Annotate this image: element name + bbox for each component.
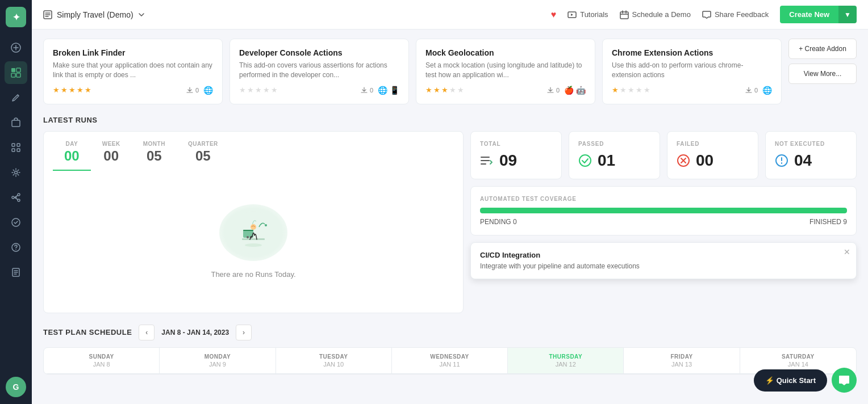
share-feedback-link[interactable]: Share Feedback <box>702 10 769 19</box>
stat-total: TOTAL 09 <box>470 131 562 179</box>
passed-icon <box>578 154 592 167</box>
svg-point-25 <box>247 236 249 238</box>
sidebar-item-grid[interactable] <box>5 136 27 159</box>
star-3: ★ <box>255 86 262 94</box>
svg-rect-20 <box>620 12 628 19</box>
sidebar-item-cases[interactable] <box>5 111 27 134</box>
star-3: ★ <box>441 86 448 94</box>
sidebar-item-integrations[interactable] <box>5 186 27 209</box>
tab-month[interactable]: MONTH 05 <box>132 136 177 171</box>
cicd-close-button[interactable]: ✕ <box>844 247 850 256</box>
coverage-bar-bg <box>480 208 847 213</box>
create-new-button[interactable]: Create New <box>780 6 838 23</box>
svg-rect-5 <box>12 120 20 127</box>
sidebar-item-add[interactable] <box>5 36 27 59</box>
app-title[interactable]: Simply Travel (Demo) <box>43 10 145 19</box>
tutorials-link[interactable]: Tutorials <box>567 10 608 19</box>
schedule-demo-link[interactable]: Schedule a Demo <box>620 10 691 19</box>
star-2: ★ <box>247 86 254 94</box>
latest-runs-section: LATEST RUNS DAY 00 WEEK 00 MO <box>43 116 857 313</box>
schedule-date-range: JAN 8 - JAN 14, 2023 <box>161 329 229 336</box>
empty-illustration-svg <box>231 210 276 255</box>
runs-main-panel: DAY 00 WEEK 00 MONTH 05 QUARTER <box>43 131 464 313</box>
addon-platforms: 🍎 🤖 <box>564 86 586 95</box>
addon-description: Use this add-on to perform various chrom… <box>612 61 772 80</box>
svg-rect-22 <box>242 238 265 240</box>
schedule-prev-button[interactable]: ‹ <box>139 325 155 340</box>
stat-failed-value: 00 <box>696 152 713 170</box>
addon-title: Broken Link Finder <box>53 48 213 57</box>
star-2: ★ <box>61 86 68 94</box>
schedule-grid: SUNDAY JAN 8 MONDAY JAN 9 TUESDAY JAN 10… <box>43 347 857 374</box>
stat-passed-value: 01 <box>598 152 615 170</box>
svg-point-27 <box>265 224 267 226</box>
addon-stars: ★ ★ ★ ★ ★ <box>239 86 278 94</box>
schedule-day-thursday: THURSDAY JAN 12 <box>508 348 624 373</box>
create-new-dropdown-button[interactable]: ▼ <box>838 6 857 23</box>
stat-failed: FAILED 00 <box>667 131 758 179</box>
feedback-icon <box>702 10 711 19</box>
schedule-header: TEST PLAN SCHEDULE ‹ JAN 8 - JAN 14, 202… <box>43 325 857 340</box>
stat-not-executed: NOT EXECUTED 04 <box>765 131 857 179</box>
quick-start-button[interactable]: ⚡ Quick Start <box>754 369 827 392</box>
star-1: ★ <box>239 86 246 94</box>
cicd-title: CI/CD Integration <box>480 251 847 259</box>
star-1: ★ <box>612 86 619 94</box>
create-new-group: Create New ▼ <box>780 6 857 23</box>
sidebar-item-edit[interactable] <box>5 86 27 109</box>
runs-empty-state: There are no Runs Today. <box>44 171 463 313</box>
stat-not-executed-row: 04 <box>775 152 812 170</box>
tab-day[interactable]: DAY 00 <box>53 136 91 171</box>
sidebar-item-settings[interactable] <box>5 161 27 184</box>
tab-quarter[interactable]: QUARTER 05 <box>177 136 229 171</box>
latest-runs-title: LATEST RUNS <box>43 116 857 124</box>
addon-downloads: 0 <box>186 87 199 94</box>
chat-button[interactable] <box>832 368 857 393</box>
sidebar-item-help[interactable] <box>5 236 27 259</box>
create-addon-button[interactable]: + Create Addon <box>788 39 857 59</box>
coverage-bar-fill <box>480 208 847 213</box>
addon-title: Mock Geolocation <box>425 48 586 57</box>
schedule-next-button[interactable]: › <box>236 325 252 340</box>
sidebar-item-circle[interactable] <box>5 211 27 234</box>
not-executed-icon <box>775 154 788 167</box>
stat-total-row: 09 <box>480 152 517 170</box>
tab-week[interactable]: WEEK 00 <box>91 136 132 171</box>
empty-illustration <box>219 204 287 261</box>
view-more-button[interactable]: View More... <box>788 64 857 84</box>
addons-row: Broken Link Finder Make sure that your a… <box>43 39 857 104</box>
svg-rect-7 <box>17 144 20 146</box>
svg-point-16 <box>15 249 16 250</box>
schedule-section: TEST PLAN SCHEDULE ‹ JAN 8 - JAN 14, 202… <box>43 325 857 374</box>
svg-rect-24 <box>243 230 253 231</box>
stat-not-executed-value: 04 <box>794 152 812 170</box>
addon-description: This add-on covers various assertions fo… <box>239 61 399 80</box>
svg-point-29 <box>251 224 256 230</box>
pending-label: PENDING 0 <box>480 218 517 226</box>
sidebar-item-reports[interactable] <box>5 261 27 284</box>
bottom-actions: ⚡ Quick Start <box>754 368 857 393</box>
user-avatar[interactable]: G <box>6 377 26 397</box>
addon-footer: ★ ★ ★ ★ ★ 0 🌐 <box>612 86 772 95</box>
schedule-days-header: SUNDAY JAN 8 MONDAY JAN 9 TUESDAY JAN 10… <box>44 348 856 374</box>
schedule-day-friday: FRIDAY JAN 13 <box>624 348 740 373</box>
star-5: ★ <box>85 86 91 94</box>
app-name: Simply Travel (Demo) <box>57 10 133 19</box>
schedule-title: TEST PLAN SCHEDULE <box>43 328 132 336</box>
runs-tabs: DAY 00 WEEK 00 MONTH 05 QUARTER <box>44 132 463 171</box>
runs-stats: TOTAL 09 PASSED <box>470 131 857 313</box>
addon-platforms: 🌐 <box>762 86 772 95</box>
content-area: Broken Link Finder Make sure that your a… <box>32 30 868 404</box>
topbar-actions: ♥ Tutorials Schedule a Demo Share Feedba… <box>551 6 857 23</box>
tab-day-value: 00 <box>64 148 80 164</box>
svg-point-28 <box>245 243 262 247</box>
sidebar-logo[interactable]: ✦ <box>6 7 26 27</box>
coverage-footer: PENDING 0 FINISHED 9 <box>480 218 847 226</box>
addon-card-mock-geo: Mock Geolocation Set a mock location (us… <box>416 39 595 104</box>
total-icon <box>480 155 494 166</box>
star-5: ★ <box>644 86 650 94</box>
sidebar-item-dashboard[interactable] <box>5 61 27 84</box>
addon-downloads: 0 <box>745 87 758 94</box>
schedule-day-tuesday: TUESDAY JAN 10 <box>276 348 392 373</box>
addon-title: Chrome Extension Actions <box>612 48 772 57</box>
